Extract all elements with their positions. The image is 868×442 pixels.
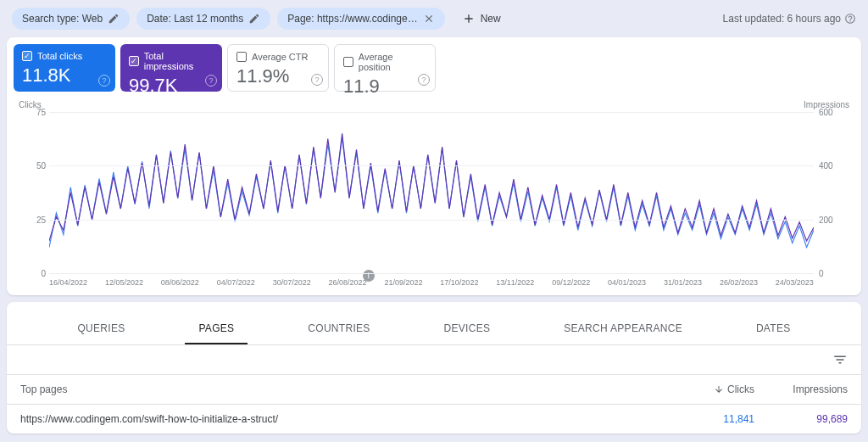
- chip-search-type[interactable]: Search type: Web: [12, 8, 130, 30]
- chip-label: Search type: Web: [22, 13, 103, 25]
- info-icon[interactable]: i: [363, 270, 375, 282]
- metric-position[interactable]: Average position 11.9 ?: [334, 44, 436, 92]
- metric-label: Total impressions: [144, 51, 214, 71]
- table-tools: [7, 345, 861, 374]
- metric-ctr[interactable]: Average CTR 11.9% ?: [227, 44, 329, 92]
- ytick-right: 0: [819, 269, 848, 278]
- chip-label: Date: Last 12 months: [147, 13, 243, 25]
- metrics-row: Total clicks 11.8K ? Total impressions 9…: [7, 37, 861, 95]
- tab-pages[interactable]: PAGES: [185, 314, 248, 344]
- filter-icon[interactable]: [832, 352, 848, 367]
- col-header-page: Top pages: [20, 383, 678, 395]
- chart-area: Clicks Impressions i 00252005040075600 1…: [7, 95, 861, 295]
- xtick: 30/07/2022: [273, 278, 311, 287]
- chip-date[interactable]: Date: Last 12 months: [136, 8, 270, 30]
- metric-clicks[interactable]: Total clicks 11.8K ?: [14, 44, 115, 92]
- xtick: 17/10/2022: [440, 278, 478, 287]
- xtick: 26/02/2023: [720, 278, 758, 287]
- ytick-left: 0: [24, 269, 46, 278]
- help-icon[interactable]: ?: [205, 75, 217, 87]
- performance-card: Total clicks 11.8K ? Total impressions 9…: [7, 37, 861, 295]
- xtick: 24/03/2023: [776, 278, 814, 287]
- breakdown-card: QUERIES PAGES COUNTRIES DEVICES SEARCH A…: [7, 302, 861, 434]
- cell-impressions: 99,689: [754, 413, 848, 425]
- new-filter-button[interactable]: New: [452, 7, 511, 31]
- xtick: 31/01/2023: [664, 278, 702, 287]
- plus-icon: [462, 12, 476, 25]
- ytick-right: 200: [819, 215, 848, 224]
- tab-search-appearance[interactable]: SEARCH APPEARANCE: [550, 314, 696, 344]
- gridline: [49, 273, 814, 274]
- line-chart[interactable]: i 00252005040075600: [49, 112, 814, 273]
- gridline: [49, 165, 814, 166]
- metric-label: Average position: [359, 52, 426, 72]
- xtick: 12/05/2022: [105, 278, 143, 287]
- metric-value: 11.8K: [22, 64, 107, 87]
- help-icon[interactable]: [844, 13, 856, 25]
- last-updated-text: Last updated: 6 hours ago: [723, 13, 841, 25]
- ytick-left: 25: [24, 215, 46, 224]
- xtick: 04/01/2023: [608, 278, 646, 287]
- chip-label: Page: https://www.codinge…: [287, 13, 417, 25]
- xtick: 16/04/2022: [49, 278, 87, 287]
- pencil-icon: [108, 13, 120, 25]
- tabs-row: QUERIES PAGES COUNTRIES DEVICES SEARCH A…: [7, 302, 861, 345]
- table-row[interactable]: https://www.codingem.com/swift-how-to-in…: [7, 405, 861, 434]
- tab-dates[interactable]: DATES: [743, 314, 804, 344]
- checkbox-icon: [129, 56, 139, 66]
- xtick: 04/07/2022: [217, 278, 255, 287]
- metric-impressions[interactable]: Total impressions 99.7K ?: [120, 44, 222, 92]
- gridline: [49, 112, 814, 113]
- x-axis: 16/04/202212/05/202208/06/202204/07/2022…: [49, 278, 814, 287]
- xtick: 21/09/2022: [384, 278, 422, 287]
- chip-page[interactable]: Page: https://www.codinge…: [277, 8, 444, 30]
- metric-value: 99.7K: [129, 75, 214, 97]
- help-icon[interactable]: ?: [311, 74, 323, 86]
- ytick-left: 75: [24, 108, 46, 117]
- tab-devices[interactable]: DEVICES: [431, 314, 504, 344]
- xtick: 09/12/2022: [552, 278, 590, 287]
- cell-clicks: 11,841: [678, 413, 754, 425]
- checkbox-icon: [236, 52, 247, 62]
- new-label: New: [481, 13, 501, 25]
- checkbox-icon: [343, 57, 353, 67]
- xtick: 13/11/2022: [496, 278, 534, 287]
- arrow-down-icon: [714, 384, 724, 394]
- ytick-right: 400: [819, 161, 848, 171]
- series-clicks: [49, 137, 814, 247]
- metric-label: Average CTR: [252, 52, 308, 62]
- xtick: 08/06/2022: [161, 278, 199, 287]
- series-impressions: [49, 133, 814, 241]
- close-icon[interactable]: [423, 13, 435, 25]
- col-header-clicks-label: Clicks: [727, 383, 754, 395]
- last-updated: Last updated: 6 hours ago: [723, 13, 856, 25]
- tab-queries[interactable]: QUERIES: [64, 314, 138, 344]
- filter-toolbar: Search type: Web Date: Last 12 months Pa…: [0, 0, 868, 37]
- ytick-right: 600: [819, 108, 848, 117]
- col-header-impressions[interactable]: Impressions: [754, 383, 848, 395]
- metric-label: Total clicks: [37, 51, 82, 61]
- help-icon[interactable]: ?: [98, 75, 110, 87]
- checkbox-icon: [22, 51, 32, 61]
- gridline: [49, 220, 814, 221]
- cell-page: https://www.codingem.com/swift-how-to-in…: [20, 413, 678, 425]
- xtick: 26/08/2022: [329, 278, 367, 287]
- tab-countries[interactable]: COUNTRIES: [294, 314, 383, 344]
- metric-value: 11.9%: [236, 65, 320, 87]
- pencil-icon: [248, 13, 260, 25]
- table-header: Top pages Clicks Impressions: [7, 374, 861, 405]
- col-header-clicks[interactable]: Clicks: [678, 383, 754, 395]
- help-icon[interactable]: ?: [418, 74, 430, 86]
- ytick-left: 50: [24, 161, 46, 171]
